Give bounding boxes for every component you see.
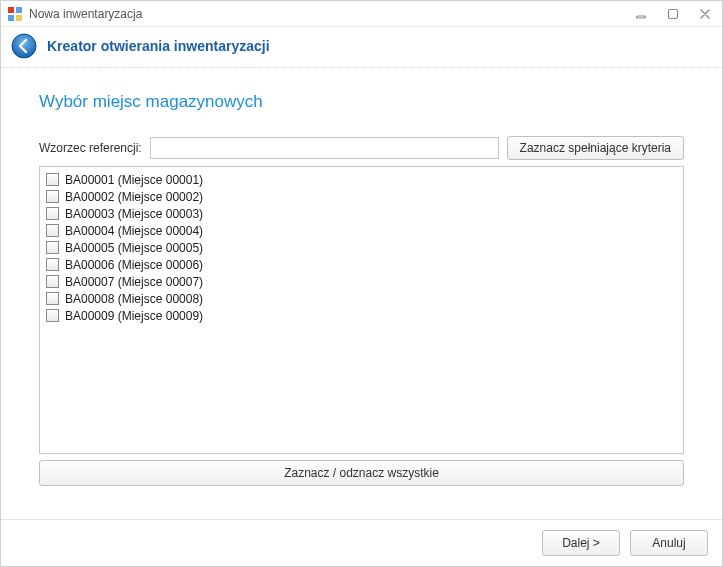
content-area: Wybór miejsc magazynowych Wzorzec refere… [1, 68, 722, 519]
list-item-label: BA00008 (Miejsce 00008) [65, 292, 203, 306]
list-item[interactable]: BA00007 (Miejsce 00007) [46, 273, 677, 290]
filter-row: Wzorzec referencji: Zaznacz spełniające … [39, 136, 684, 160]
list-item-label: BA00006 (Miejsce 00006) [65, 258, 203, 272]
window-root: Nowa inwentaryzacja [0, 0, 723, 567]
back-button[interactable] [11, 33, 37, 59]
checkbox-icon[interactable] [46, 258, 59, 271]
svg-rect-1 [16, 7, 22, 13]
svg-rect-3 [16, 15, 22, 21]
svg-rect-0 [8, 7, 14, 13]
checkbox-icon[interactable] [46, 292, 59, 305]
svg-point-6 [12, 34, 36, 58]
wizard-title: Kreator otwierania inwentaryzacji [47, 38, 270, 54]
app-icon [7, 6, 23, 22]
list-item[interactable]: BA00009 (Miejsce 00009) [46, 307, 677, 324]
filter-label: Wzorzec referencji: [39, 141, 142, 155]
svg-rect-5 [669, 9, 678, 18]
toggle-all-button[interactable]: Zaznacz / odznacz wszystkie [39, 460, 684, 486]
checkbox-icon[interactable] [46, 224, 59, 237]
close-button[interactable] [694, 6, 716, 22]
svg-rect-4 [637, 16, 646, 18]
checkbox-icon[interactable] [46, 275, 59, 288]
maximize-button[interactable] [662, 6, 684, 22]
list-item[interactable]: BA00006 (Miejsce 00006) [46, 256, 677, 273]
checkbox-icon[interactable] [46, 309, 59, 322]
footer: Dalej > Anuluj [1, 519, 722, 566]
titlebar: Nowa inwentaryzacja [1, 1, 722, 27]
apply-filter-button[interactable]: Zaznacz spełniające kryteria [507, 136, 684, 160]
window-title: Nowa inwentaryzacja [29, 7, 630, 21]
list-item-label: BA00005 (Miejsce 00005) [65, 241, 203, 255]
locations-listbox[interactable]: BA00001 (Miejsce 00001)BA00002 (Miejsce … [39, 166, 684, 454]
list-item-label: BA00002 (Miejsce 00002) [65, 190, 203, 204]
list-item-label: BA00003 (Miejsce 00003) [65, 207, 203, 221]
list-item[interactable]: BA00004 (Miejsce 00004) [46, 222, 677, 239]
wizard-header: Kreator otwierania inwentaryzacji [1, 27, 722, 68]
window-controls [630, 6, 716, 22]
minimize-button[interactable] [630, 6, 652, 22]
list-item-label: BA00004 (Miejsce 00004) [65, 224, 203, 238]
list-item[interactable]: BA00008 (Miejsce 00008) [46, 290, 677, 307]
list-item[interactable]: BA00005 (Miejsce 00005) [46, 239, 677, 256]
list-item[interactable]: BA00003 (Miejsce 00003) [46, 205, 677, 222]
svg-rect-2 [8, 15, 14, 21]
checkbox-icon[interactable] [46, 207, 59, 220]
list-item[interactable]: BA00001 (Miejsce 00001) [46, 171, 677, 188]
section-title: Wybór miejsc magazynowych [39, 92, 684, 112]
checkbox-icon[interactable] [46, 173, 59, 186]
reference-pattern-input[interactable] [150, 137, 499, 159]
list-item-label: BA00009 (Miejsce 00009) [65, 309, 203, 323]
list-item[interactable]: BA00002 (Miejsce 00002) [46, 188, 677, 205]
list-item-label: BA00007 (Miejsce 00007) [65, 275, 203, 289]
checkbox-icon[interactable] [46, 190, 59, 203]
checkbox-icon[interactable] [46, 241, 59, 254]
next-button[interactable]: Dalej > [542, 530, 620, 556]
list-item-label: BA00001 (Miejsce 00001) [65, 173, 203, 187]
cancel-button[interactable]: Anuluj [630, 530, 708, 556]
